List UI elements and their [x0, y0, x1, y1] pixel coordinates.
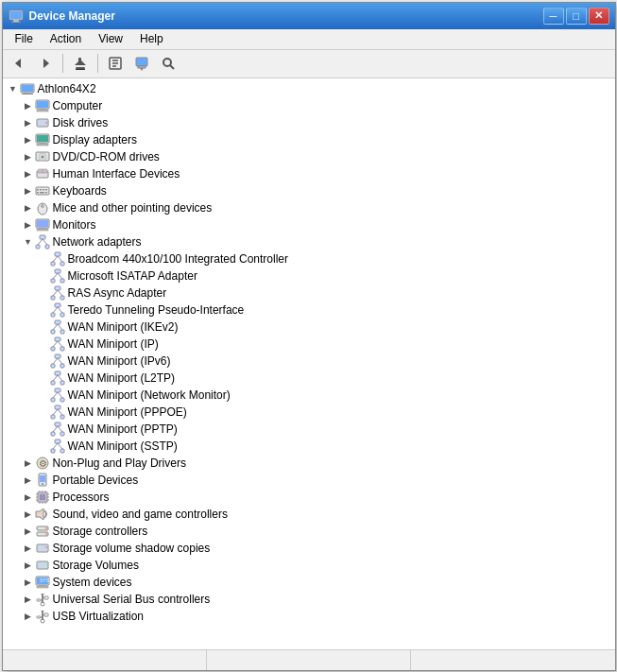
shadow-expand-icon[interactable]: ▶	[22, 542, 35, 555]
status-bar	[3, 649, 615, 670]
mice-expand-icon[interactable]: ▶	[22, 201, 35, 215]
tree-item-dvd[interactable]: ▶ DVD/CD-ROM drives	[3, 148, 615, 165]
keyboards-expand-icon[interactable]: ▶	[22, 184, 35, 198]
dvd-label: DVD/CD-ROM drives	[53, 150, 160, 164]
svg-point-29	[45, 122, 47, 124]
usb-expand-icon[interactable]: ▶	[22, 593, 35, 606]
wan-pppoe-icon	[50, 405, 65, 420]
tree-item-ras[interactable]: ▶ RAS Async Adapter	[3, 284, 615, 302]
tree-item-storage-vol[interactable]: ▶ Storage Volumes	[3, 557, 615, 574]
root-expand-icon[interactable]: ▼	[7, 82, 20, 95]
svg-rect-76	[51, 313, 55, 317]
storage-vol-expand-icon[interactable]: ▶	[22, 559, 35, 572]
forward-button[interactable]	[33, 52, 58, 75]
tree-item-monitors[interactable]: ▶ Monitors	[3, 216, 615, 233]
tree-item-nonpnp[interactable]: ▶ ⚙ Non-Plug and Play Drivers	[3, 455, 615, 472]
hid-expand-icon[interactable]: ▶	[22, 167, 35, 181]
processors-expand-icon[interactable]: ▶	[22, 491, 35, 504]
menu-help[interactable]: Help	[131, 29, 172, 48]
up-button[interactable]	[68, 52, 93, 75]
maximize-button[interactable]: □	[566, 8, 587, 25]
tree-item-shadow[interactable]: ▶ Storage volume shadow copies	[3, 540, 615, 557]
svg-line-83	[53, 324, 58, 330]
monitors-expand-icon[interactable]: ▶	[22, 218, 35, 232]
svg-rect-55	[40, 235, 45, 239]
portable-icon	[35, 473, 50, 488]
usb-virt-expand-icon[interactable]: ▶	[22, 610, 35, 623]
svg-rect-80	[55, 320, 60, 324]
svg-rect-21	[24, 93, 31, 94]
nonpnp-expand-icon[interactable]: ▶	[22, 457, 35, 470]
tree-item-hid[interactable]: ▶ Human Interface Devices	[3, 165, 615, 182]
svg-point-143	[45, 533, 47, 535]
tree-item-broadcom[interactable]: ▶ Broadcom 440x10/100 Integrated Control…	[3, 250, 615, 267]
storage-ctrl-expand-icon[interactable]: ▶	[22, 525, 35, 538]
shadow-icon	[35, 541, 50, 556]
tree-item-wan-netmon[interactable]: ▶ WAN Miniport (Network Monitor)	[3, 387, 615, 404]
properties-button[interactable]	[103, 52, 128, 75]
tree-item-teredo[interactable]: ▶ Teredo Tunneling Pseudo-Interface	[3, 302, 615, 319]
portable-expand-icon[interactable]: ▶	[22, 474, 35, 487]
tree-item-storage-ctrl[interactable]: ▶ Storage controllers	[3, 523, 615, 540]
network-expand-icon[interactable]: ▼	[22, 235, 35, 249]
tree-item-isatap[interactable]: ▶ Microsoft ISATAP Adapter	[3, 267, 615, 284]
tree-item-mice[interactable]: ▶ Mice and other pointing devices	[3, 199, 615, 216]
minimize-button[interactable]: ─	[543, 8, 564, 25]
svg-marker-16	[140, 68, 144, 71]
close-button[interactable]: ✕	[589, 8, 609, 25]
svg-text:SYS: SYS	[40, 577, 50, 583]
isatap-icon	[50, 268, 65, 284]
tree-item-processors[interactable]: ▶	[3, 489, 615, 506]
device-tree-container[interactable]: ▼ Athlon64X2 ▶	[3, 78, 615, 649]
svg-rect-111	[51, 432, 55, 436]
tree-item-system[interactable]: ▶ SYS System devices	[3, 574, 615, 591]
tree-item-wan-ip[interactable]: ▶ WAN Miniport (IP)	[3, 336, 615, 353]
tree-item-keyboards[interactable]: ▶ Keyboards	[3, 182, 615, 199]
back-button[interactable]	[7, 52, 31, 75]
tree-item-disk[interactable]: ▶ Disk drives	[3, 114, 615, 131]
wan-ikev2-label: WAN Miniport (IKEv2)	[68, 320, 179, 334]
svg-line-64	[58, 256, 62, 262]
tree-item-wan-pptp[interactable]: ▶ WAN Miniport (PPTP)	[3, 421, 615, 438]
svg-rect-115	[55, 439, 60, 443]
svg-rect-57	[45, 245, 49, 249]
tree-item-wan-sstp[interactable]: ▶ WAN Miniport (SSTP)	[3, 438, 615, 455]
tree-root[interactable]: ▼ Athlon64X2	[3, 80, 615, 97]
tree-item-network[interactable]: ▼ Network adapters	[3, 233, 615, 250]
svg-line-89	[58, 341, 62, 347]
properties-icon	[108, 56, 123, 71]
dvd-expand-icon[interactable]: ▶	[22, 150, 35, 164]
svg-rect-87	[60, 347, 64, 351]
tree-item-portable[interactable]: ▶ Portable Devices	[3, 472, 615, 489]
menu-file[interactable]: File	[7, 29, 42, 48]
tree-item-sound[interactable]: ▶ Sound, video and game controllers	[3, 506, 615, 523]
menu-view[interactable]: View	[90, 29, 131, 48]
svg-line-113	[53, 426, 58, 432]
svg-rect-43	[43, 189, 44, 191]
svg-line-73	[53, 290, 58, 296]
disk-expand-icon[interactable]: ▶	[22, 116, 35, 129]
update-driver-button[interactable]	[129, 52, 154, 75]
svg-rect-123	[40, 475, 45, 482]
tree-item-computer[interactable]: ▶ Computer	[3, 97, 615, 114]
display-expand-icon[interactable]: ▶	[22, 133, 35, 146]
system-expand-icon[interactable]: ▶	[22, 576, 35, 589]
scan-button[interactable]	[156, 52, 180, 75]
tree-item-wan-pppoe[interactable]: ▶ WAN Miniport (PPPOE)	[3, 404, 615, 421]
tree-item-display[interactable]: ▶ Display adapters	[3, 131, 615, 148]
svg-rect-1	[13, 20, 19, 22]
svg-line-58	[38, 239, 43, 245]
tree-item-wan-ikev2[interactable]: ▶ WAN Miniport (IKEv2)	[3, 319, 615, 336]
tree-item-wan-l2tp[interactable]: ▶ WAN Miniport (L2TP)	[3, 370, 615, 387]
menu-action[interactable]: Action	[42, 29, 90, 48]
sound-expand-icon[interactable]: ▶	[22, 508, 35, 521]
computer-label: Computer	[53, 99, 103, 112]
tree-item-usb[interactable]: ▶ Universal Serial Bus controllers	[3, 591, 615, 608]
tree-item-wan-ipv6[interactable]: ▶ WAN Miniport (IPv6)	[3, 353, 615, 370]
svg-rect-116	[51, 449, 55, 453]
svg-marker-5	[43, 59, 49, 68]
toolbar-separator-2	[97, 54, 98, 73]
computer-expand-icon[interactable]: ▶	[22, 99, 35, 112]
tree-item-usb-virt[interactable]: ▶ USB Virtualization	[3, 608, 615, 625]
storage-vol-icon	[35, 558, 50, 573]
